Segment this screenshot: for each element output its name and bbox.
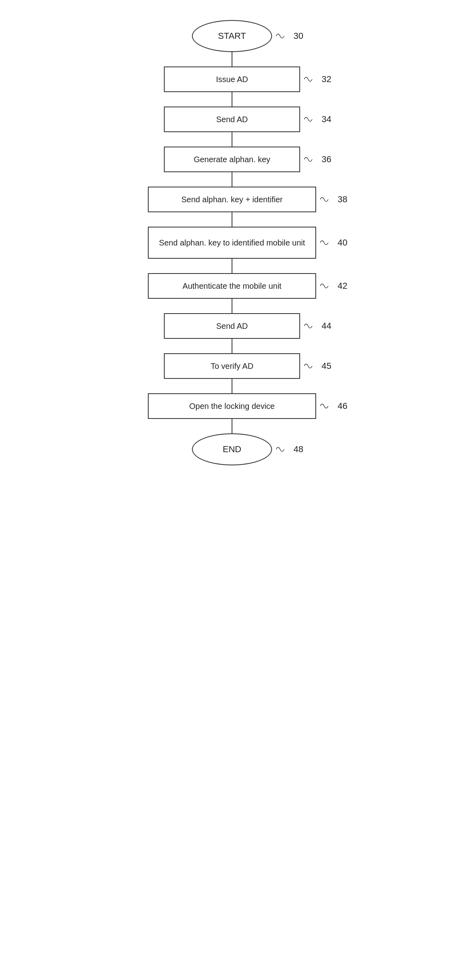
connector-4	[232, 172, 232, 187]
squiggle-icon-6	[320, 239, 336, 247]
squiggle-icon-8	[304, 322, 320, 330]
verify-ad-label: To verify AD	[211, 362, 254, 371]
squiggle-icon-5	[320, 195, 336, 203]
open-lock-node-wrapper: Open the locking device 46	[112, 393, 352, 419]
send-key-id-node-wrapper: Send alphan. key + identifier 38	[112, 187, 352, 212]
squiggle-icon-11	[276, 445, 292, 453]
flowchart: START 30 Issue AD 32 Send AD	[112, 8, 352, 465]
authenticate-label: Authenticate the mobile unit	[183, 282, 282, 291]
connector-10	[232, 419, 232, 433]
squiggle-icon-4	[304, 155, 320, 163]
authenticate-node-wrapper: Authenticate the mobile unit 42	[112, 273, 352, 299]
connector-1	[232, 52, 232, 66]
send-ad1-node-wrapper: Send AD 34	[112, 107, 352, 132]
generate-key-node: Generate alphan. key 36	[164, 147, 300, 172]
send-ad1-tag: 34	[322, 114, 331, 125]
squiggle-icon-9	[304, 362, 320, 370]
squiggle-icon	[276, 32, 292, 40]
connector-7	[232, 299, 232, 313]
issue-ad-label: Issue AD	[216, 75, 248, 84]
connector-3	[232, 132, 232, 147]
send-key-id-tag: 38	[338, 194, 347, 205]
send-key-mobile-node: Send alphan. key to identified mobile un…	[148, 227, 316, 259]
start-label: START	[218, 31, 246, 41]
start-node-wrapper: START 30	[112, 20, 352, 52]
send-key-id-label: Send alphan. key + identifier	[182, 195, 283, 204]
generate-key-label: Generate alphan. key	[194, 155, 270, 164]
send-key-mobile-tag: 40	[338, 237, 347, 248]
send-ad1-label: Send AD	[216, 115, 248, 124]
end-tag: 48	[294, 444, 303, 455]
squiggle-icon-10	[320, 402, 336, 410]
send-ad2-label: Send AD	[216, 322, 248, 331]
squiggle-icon-2	[304, 75, 320, 83]
generate-key-tag: 36	[322, 154, 331, 165]
send-key-mobile-node-wrapper: Send alphan. key to identified mobile un…	[112, 227, 352, 259]
end-node: END 48	[192, 433, 272, 465]
generate-key-node-wrapper: Generate alphan. key 36	[112, 147, 352, 172]
connector-9	[232, 379, 232, 393]
open-lock-label: Open the locking device	[189, 402, 274, 411]
verify-ad-node: To verify AD 45	[164, 353, 300, 379]
connector-2	[232, 92, 232, 107]
start-tag: 30	[294, 31, 303, 41]
issue-ad-tag: 32	[322, 74, 331, 85]
verify-ad-tag: 45	[322, 361, 331, 371]
send-ad2-node-wrapper: Send AD 44	[112, 313, 352, 339]
end-label: END	[223, 444, 241, 455]
authenticate-node: Authenticate the mobile unit 42	[148, 273, 316, 299]
send-ad1-node: Send AD 34	[164, 107, 300, 132]
connector-8	[232, 339, 232, 353]
open-lock-node: Open the locking device 46	[148, 393, 316, 419]
verify-ad-node-wrapper: To verify AD 45	[112, 353, 352, 379]
end-node-wrapper: END 48	[112, 433, 352, 465]
send-key-id-node: Send alphan. key + identifier 38	[148, 187, 316, 212]
send-key-mobile-label: Send alphan. key to identified mobile un…	[159, 238, 305, 248]
authenticate-tag: 42	[338, 281, 347, 291]
connector-6	[232, 259, 232, 273]
issue-ad-node: Issue AD 32	[164, 66, 300, 92]
squiggle-icon-7	[320, 282, 336, 290]
squiggle-icon-3	[304, 115, 320, 123]
start-node: START 30	[192, 20, 272, 52]
send-ad2-tag: 44	[322, 321, 331, 331]
issue-ad-node-wrapper: Issue AD 32	[112, 66, 352, 92]
connector-5	[232, 212, 232, 227]
open-lock-tag: 46	[338, 401, 347, 411]
send-ad2-node: Send AD 44	[164, 313, 300, 339]
